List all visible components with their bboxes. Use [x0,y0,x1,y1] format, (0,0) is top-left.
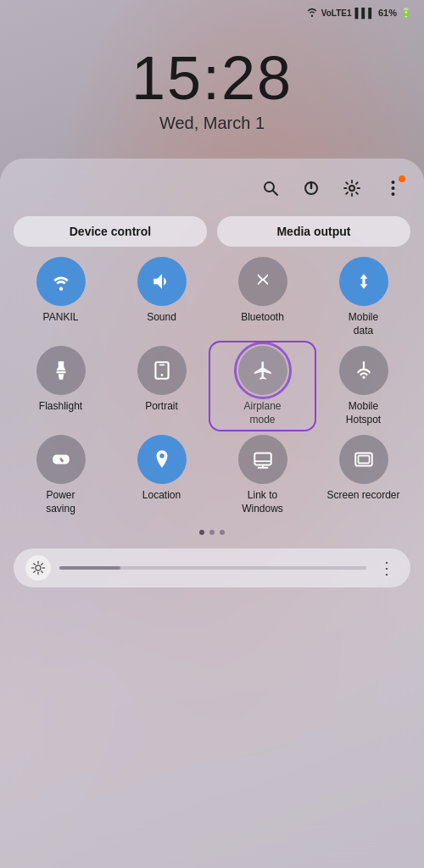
wifi-label: PANKIL [43,311,79,325]
location-circle [137,435,187,484]
settings-button[interactable] [338,174,366,203]
toggle-location[interactable]: Location [114,435,209,515]
device-control-button[interactable]: Device control [14,216,207,247]
signal-bars-icon: ▌▌▌ [355,8,375,18]
wifi-status-icon [306,7,318,19]
brightness-more-icon[interactable]: ⋮ [375,556,399,580]
toggle-hotspot[interactable]: MobileHotspot [316,346,410,426]
clock-date: Wed, March 1 [159,114,265,133]
svg-point-6 [391,186,394,190]
sound-label: Sound [147,311,176,325]
flashlight-circle [36,346,86,395]
svg-point-4 [349,186,354,191]
portrait-circle [137,346,187,395]
quick-panel: Device control Media output PANKIL Sound [0,159,424,868]
toggle-sound[interactable]: Sound [114,257,209,337]
hotspot-label: MobileHotspot [346,400,381,426]
carrier-text: VoLTE1 [321,8,352,18]
svg-rect-11 [254,453,271,465]
brightness-track[interactable] [59,566,366,570]
status-bar: VoLTE1 ▌▌▌ 61% 🔋 [0,0,424,22]
brightness-fill [59,566,120,570]
svg-point-9 [160,374,163,376]
brightness-bar[interactable]: ⋮ [14,548,410,587]
sound-circle [137,257,187,306]
toggle-wifi[interactable]: PANKIL [14,257,108,337]
airplane-circle [238,346,287,395]
dot-2 [209,530,215,535]
top-action-bar [14,174,410,203]
device-media-row: Device control Media output [14,216,410,247]
toggle-flashlight[interactable]: Flashlight [14,346,108,426]
svg-rect-14 [358,456,369,464]
page-dots [14,530,410,535]
toggle-linkwindows[interactable]: Link toWindows [215,435,310,515]
dot-3 [220,530,225,535]
screenrecorder-label: Screen recorder [326,489,399,503]
toggle-grid: PANKIL Sound Bluetooth [14,257,410,516]
portrait-label: Portrait [145,400,178,414]
svg-line-22 [34,570,36,572]
svg-point-7 [391,192,394,196]
toggle-screenrecorder[interactable]: Screen recorder [316,435,410,515]
media-output-button[interactable]: Media output [217,216,410,247]
bluetooth-circle [238,257,287,306]
toggle-bluetooth[interactable]: Bluetooth [215,257,310,337]
svg-point-5 [391,181,394,184]
search-button[interactable] [256,174,285,203]
more-button[interactable] [378,174,407,203]
linkwindows-circle [238,435,287,484]
dot-1 [199,530,204,535]
svg-line-1 [273,191,277,195]
screen: VoLTE1 ▌▌▌ 61% 🔋 15:28 Wed, March 1 [0,0,424,868]
flashlight-label: Flashlight [39,400,82,414]
mobile-data-label: Mobiledata [349,311,378,337]
svg-line-21 [42,570,43,572]
airplane-label: Airplanemode [243,400,281,426]
hotspot-circle [339,346,388,395]
svg-point-15 [36,565,41,570]
linkwindows-label: Link toWindows [242,489,283,515]
toggle-airplane[interactable]: Airplanemode [215,346,310,426]
battery-icon: 🔋 [400,8,412,19]
powersaving-circle [36,435,86,484]
clock-area: 15:28 Wed, March 1 [0,47,424,133]
toggle-portrait[interactable]: Portrait [114,346,209,426]
svg-line-20 [34,563,36,565]
screenrecorder-circle [339,435,388,484]
wifi-circle [36,257,86,306]
toggle-powersaving[interactable]: Powersaving [14,435,108,515]
clock-time: 15:28 [131,47,293,108]
status-icons: VoLTE1 ▌▌▌ 61% 🔋 [306,7,412,19]
powersaving-label: Powersaving [46,489,75,515]
mobile-data-circle [339,257,388,306]
brightness-sun-icon [25,555,51,581]
bluetooth-label: Bluetooth [241,311,284,325]
location-label: Location [142,489,181,503]
toggle-mobile-data[interactable]: Mobiledata [316,257,410,337]
power-button[interactable] [297,174,326,203]
svg-line-23 [42,563,43,565]
battery-text: 61% [378,8,397,18]
